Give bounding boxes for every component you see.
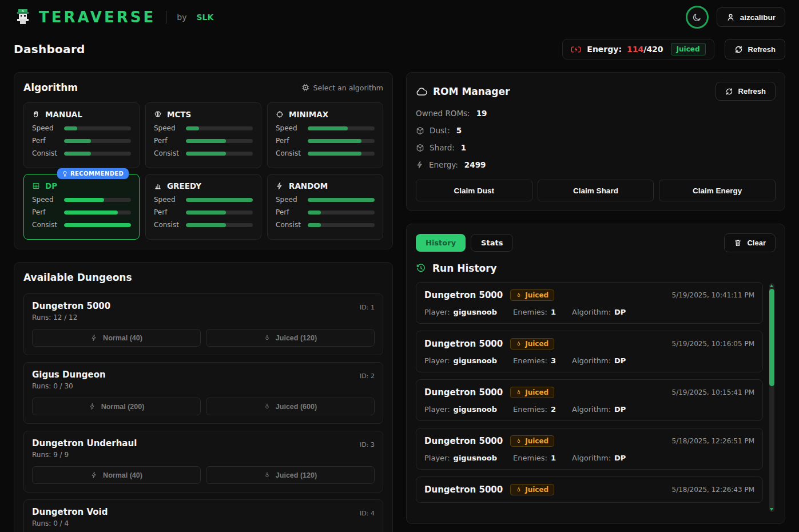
flame-icon (264, 471, 271, 479)
stat-label: Speed (154, 196, 181, 204)
consist-bar (308, 152, 375, 156)
dungeon-id: ID: 3 (360, 438, 375, 448)
dungeon-name: Dungetron 5000 (32, 301, 110, 311)
clear-history-button[interactable]: Clear (724, 233, 776, 252)
stat-label: Perf (276, 137, 303, 145)
speed-bar (308, 198, 375, 202)
perf-bar (64, 211, 131, 215)
flame-icon (516, 292, 522, 299)
dungeon-name: Dungetron Void (32, 507, 108, 517)
history-clock-icon (416, 263, 426, 273)
consist-bar (308, 223, 375, 227)
algo-card-greedy[interactable]: GREEDY Speed Perf Consist (145, 174, 261, 240)
normal-run-button[interactable]: Normal (200) (32, 398, 201, 415)
claim-shard-button[interactable]: Claim Shard (538, 180, 654, 201)
stat-label: Perf (276, 208, 303, 216)
dungeons-panel: Available Dungeons Dungetron 5000 ID: 1 … (14, 262, 393, 532)
run-name: Dungetron 5000 (424, 290, 503, 300)
lightbulb-icon (62, 170, 67, 177)
run-enemies: Enemies:1 (513, 454, 556, 462)
brand: TERAVERSE by SLK (14, 7, 213, 27)
stat-label: Consist (32, 149, 59, 157)
flame-icon (264, 403, 271, 410)
theme-toggle-button[interactable] (686, 6, 709, 29)
tab-history[interactable]: History (416, 234, 466, 252)
algo-card-random[interactable]: RANDOM Speed Perf Consist (267, 174, 383, 240)
run-history-heading: Run History (416, 263, 776, 274)
user-menu-button[interactable]: aizcalibur (717, 7, 785, 27)
select-algorithm-hint: Select an algorithm (301, 84, 383, 92)
user-icon (726, 13, 735, 22)
perf-bar (308, 139, 375, 143)
consist-bar (186, 152, 253, 156)
bar-chart-icon (154, 182, 162, 190)
normal-run-button[interactable]: Normal (40) (32, 466, 201, 484)
speed-bar (64, 198, 131, 202)
run-entry-4: Dungetron 5000 Juiced 5/18/2025, 12:26:5… (416, 428, 763, 470)
refresh-button[interactable]: Refresh (725, 39, 785, 59)
juiced-run-badge: Juiced (510, 289, 554, 301)
juiced-run-button[interactable]: Juiced (120) (206, 329, 375, 347)
stat-label: Consist (276, 149, 303, 157)
tab-stats[interactable]: Stats (471, 234, 513, 252)
dungeon-runs: Runs: 9 / 9 (32, 451, 375, 459)
energy-max: /420 (643, 45, 663, 54)
flame-icon (264, 334, 271, 342)
dust-value: 5 (456, 126, 462, 135)
claim-dust-button[interactable]: Claim Dust (416, 180, 532, 201)
run-list-scrollbar[interactable] (769, 283, 774, 512)
run-enemies: Enemies:1 (513, 308, 556, 316)
refresh-icon (734, 45, 743, 54)
stat-label: Speed (276, 124, 303, 132)
trash-icon (734, 239, 742, 247)
energy-current: 114 (627, 45, 643, 54)
dungeon-runs: Runs: 0 / 30 (32, 382, 375, 390)
dungeon-card-4: Dungetron Void ID: 4 Runs: 0 / 4 Normal … (23, 499, 383, 532)
run-enemies: Enemies:3 (513, 356, 556, 365)
moon-icon (692, 13, 702, 22)
run-entry-1: Dungetron 5000 Juiced 5/19/2025, 10:41:1… (416, 282, 763, 324)
stat-label: Consist (32, 221, 59, 229)
stat-label: Consist (154, 149, 181, 157)
algorithm-grid: MANUAL Speed Perf Consist MCTS (23, 102, 383, 240)
battery-charging-icon (571, 46, 582, 53)
run-player: Player:gigusnoob (424, 356, 497, 365)
run-player: Player:gigusnoob (424, 454, 497, 462)
algo-card-manual[interactable]: MANUAL Speed Perf Consist (23, 102, 140, 168)
rom-refresh-button[interactable]: Refresh (715, 82, 776, 101)
scrollbar-thumb[interactable] (769, 289, 774, 386)
scroll-up-arrow[interactable] (770, 284, 773, 287)
brand-divider (166, 11, 166, 23)
algo-card-dp[interactable]: RECOMMENDED DP Speed Perf Consist (23, 174, 140, 240)
flame-icon (516, 438, 522, 444)
normal-run-button[interactable]: Normal (40) (32, 329, 201, 347)
run-player: Player:gigusnoob (424, 405, 497, 414)
energy-status-widget: Energy: 114 /420 Juiced (562, 39, 714, 59)
juiced-run-button[interactable]: Juiced (120) (206, 466, 375, 484)
top-actions: aizcalibur (686, 6, 785, 29)
flame-icon (516, 389, 522, 396)
stat-label: Perf (154, 208, 181, 216)
stat-label: Perf (32, 208, 59, 216)
speed-bar (308, 126, 375, 130)
consist-bar (186, 223, 253, 227)
crosshair-icon (276, 110, 284, 118)
dust-row: Dust: 5 (416, 126, 776, 135)
mascot-logo-icon (14, 7, 32, 27)
dungeon-card-1: Dungetron 5000 ID: 1 Runs: 12 / 12 Norma… (23, 293, 383, 355)
recommended-badge: RECOMMENDED (57, 168, 129, 179)
scroll-down-arrow[interactable] (770, 508, 773, 511)
juiced-run-button[interactable]: Juiced (600) (206, 398, 375, 415)
run-date: 5/18/2025, 12:26:43 PM (672, 486, 754, 494)
package-icon (416, 126, 424, 135)
claim-energy-button[interactable]: Claim Energy (659, 180, 776, 201)
zap-icon (276, 182, 284, 190)
zap-icon (89, 403, 96, 410)
dungeon-id: ID: 2 (360, 370, 375, 380)
algo-card-minimax[interactable]: MINIMAX Speed Perf Consist (267, 102, 383, 168)
cpu-icon (301, 84, 309, 92)
algo-card-mcts[interactable]: MCTS Speed Perf Consist (145, 102, 261, 168)
byline-prefix: by (177, 13, 186, 22)
zap-icon (416, 161, 424, 169)
stat-label: Consist (276, 221, 303, 229)
